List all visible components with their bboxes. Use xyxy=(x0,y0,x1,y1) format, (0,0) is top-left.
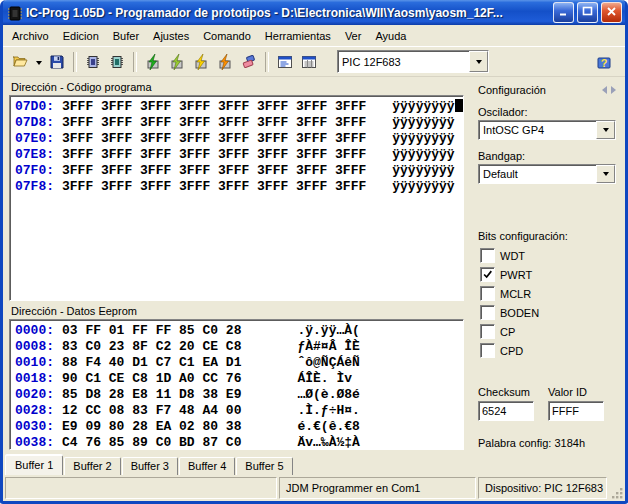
menu-archivo[interactable]: Archivo xyxy=(5,28,56,44)
hex-values: 90 C1 CE C8 1D A0 CC 76 xyxy=(62,371,241,386)
chevron-down-icon[interactable] xyxy=(596,165,615,183)
menu-herramientas[interactable]: Herramientas xyxy=(258,28,338,44)
config-bit-row: WDT xyxy=(480,248,616,263)
oscillator-select[interactable]: IntOSC GP4 xyxy=(478,120,616,140)
maximize-button[interactable] xyxy=(577,2,598,23)
open-options-button[interactable] xyxy=(32,50,45,74)
eeprom-row[interactable]: 0028:12 CC 08 83 F7 48 A4 00.Ì.ƒ÷H¤. xyxy=(15,403,458,419)
tab-buffer-4[interactable]: Buffer 4 xyxy=(179,457,235,475)
data-window-button[interactable] xyxy=(297,50,321,74)
bolt-olive-icon xyxy=(169,54,185,70)
ascii-values: ÿÿÿÿÿÿÿÿ xyxy=(392,179,454,194)
code-row[interactable]: 07F8:3FFF 3FFF 3FFF 3FFF 3FFF 3FFF 3FFF … xyxy=(15,179,458,195)
bolt-yellow-icon xyxy=(193,54,209,70)
save-button[interactable] xyxy=(45,50,69,74)
window-data-icon xyxy=(301,54,317,70)
menu-comando[interactable]: Comando xyxy=(196,28,258,44)
hex-values: 88 F4 40 D1 C7 C1 EA D1 xyxy=(62,355,241,370)
checkbox-pwrt[interactable] xyxy=(480,267,495,282)
ascii-values: ÿÿÿÿÿÿÿÿ xyxy=(392,131,454,146)
checkbox-cp[interactable] xyxy=(480,324,495,339)
buffer-tabs: Buffer 1Buffer 2Buffer 3Buffer 4Buffer 5 xyxy=(3,453,625,475)
close-icon xyxy=(606,5,617,20)
hex-values: 3FFF 3FFF 3FFF 3FFF 3FFF 3FFF 3FFF 3FFF xyxy=(62,115,366,130)
minimize-button[interactable] xyxy=(553,2,574,23)
menu-ver[interactable]: Ver xyxy=(338,28,369,44)
toolbar: PIC 12F683 ? xyxy=(3,46,625,77)
checkbox-wdt[interactable] xyxy=(480,248,495,263)
id-value-label: Valor ID xyxy=(548,386,604,398)
code-row[interactable]: 07D8:3FFF 3FFF 3FFF 3FFF 3FFF 3FFF 3FFF … xyxy=(15,115,458,131)
eeprom-row[interactable]: 0010:88 F4 40 D1 C7 C1 EA D1ˆô@ÑÇÁêÑ xyxy=(15,355,458,371)
ascii-values: .ÿ.ÿÿ…À( xyxy=(297,323,359,338)
address-label: 07D8: xyxy=(15,115,54,130)
ascii-values: .Ì.ƒ÷H¤. xyxy=(297,403,359,418)
hex-values: E9 09 80 28 EA 02 80 38 xyxy=(62,419,241,434)
eeprom-row[interactable]: 0038:C4 76 85 89 C0 BD 87 C0Äv…‰À½‡À xyxy=(15,435,458,450)
ascii-values: ˆô@ÑÇÁêÑ xyxy=(297,355,359,370)
address-label: 0020: xyxy=(15,387,54,402)
checkbox-label: CPD xyxy=(500,345,523,357)
tab-buffer-1[interactable]: Buffer 1 xyxy=(5,455,63,475)
config-bit-row: MCLR xyxy=(480,286,616,301)
checkbox-label: CP xyxy=(500,326,515,338)
values-row: Checksum Valor ID xyxy=(478,386,616,421)
menu-edicion[interactable]: Edicion xyxy=(56,28,106,44)
menu-ajustes[interactable]: Ajustes xyxy=(146,28,196,44)
address-label: 0030: xyxy=(15,419,54,434)
buffer-column: Dirección - Código programa 07D0:3FFF 3F… xyxy=(9,80,464,451)
config-bit-row: CPD xyxy=(480,343,616,358)
code-row[interactable]: 07E0:3FFF 3FFF 3FFF 3FFF 3FFF 3FFF 3FFF … xyxy=(15,131,458,147)
hex-values: 83 C0 23 8F C2 20 CE C8 xyxy=(62,339,241,354)
code-hex-view[interactable]: 07D0:3FFF 3FFF 3FFF 3FFF 3FFF 3FFF 3FFF … xyxy=(9,95,464,301)
code-row[interactable]: 07D0:3FFF 3FFF 3FFF 3FFF 3FFF 3FFF 3FFF … xyxy=(15,99,458,115)
checksum-group: Checksum xyxy=(478,386,534,421)
folder-open-icon xyxy=(12,54,28,70)
help-button[interactable]: ? xyxy=(592,50,616,74)
erase-button[interactable] xyxy=(237,50,261,74)
status-progress-panel xyxy=(5,477,277,499)
program-data-button[interactable] xyxy=(189,50,213,74)
menu-ayuda[interactable]: Ayuda xyxy=(368,28,413,44)
verify-button[interactable] xyxy=(213,50,237,74)
eeprom-row[interactable]: 0008:83 C0 23 8F C2 20 CE C8ƒÀ#¤Â ÎÈ xyxy=(15,339,458,355)
program-code-button[interactable] xyxy=(165,50,189,74)
code-area-label: Dirección - Código programa xyxy=(11,81,464,93)
open-file-button[interactable] xyxy=(8,50,32,74)
bolt-green-icon xyxy=(145,54,161,70)
tab-buffer-2[interactable]: Buffer 2 xyxy=(64,457,120,475)
config-bits-label: Bits configuración: xyxy=(478,230,616,242)
config-prev-button[interactable] xyxy=(602,86,607,94)
checkbox-label: MCLR xyxy=(500,288,531,300)
checkbox-cpd[interactable] xyxy=(480,343,495,358)
eeprom-row[interactable]: 0018:90 C1 CE C8 1D A0 CC 76ÁÎÈ. Ìv xyxy=(15,371,458,387)
resize-grip[interactable] xyxy=(609,477,623,499)
chevron-down-icon[interactable] xyxy=(469,51,488,72)
code-window-button[interactable] xyxy=(273,50,297,74)
config-next-button[interactable] xyxy=(611,86,616,94)
bandgap-label: Bandgap: xyxy=(478,150,616,162)
bandgap-select[interactable]: Default xyxy=(478,164,616,184)
menu-bufer[interactable]: Bufer xyxy=(106,28,146,44)
eeprom-row[interactable]: 0000:03 FF 01 FF FF 85 C0 28.ÿ.ÿÿ…À( xyxy=(15,323,458,339)
checkbox-mclr[interactable] xyxy=(480,286,495,301)
checkbox-boden[interactable] xyxy=(480,305,495,320)
tab-buffer-3[interactable]: Buffer 3 xyxy=(122,457,178,475)
read-chip-button[interactable] xyxy=(81,50,105,74)
program-all-button[interactable] xyxy=(141,50,165,74)
code-row[interactable]: 07F0:3FFF 3FFF 3FFF 3FFF 3FFF 3FFF 3FFF … xyxy=(15,163,458,179)
id-value-input[interactable] xyxy=(548,401,604,421)
checksum-input[interactable] xyxy=(478,401,534,421)
chevron-down-icon[interactable] xyxy=(596,121,615,139)
eeprom-row[interactable]: 0020:85 D8 28 E8 11 D8 38 E9…Ø(è.Ø8é xyxy=(15,387,458,403)
write-chip-button[interactable] xyxy=(105,50,129,74)
id-value-group: Valor ID xyxy=(548,386,604,421)
eeprom-row[interactable]: 0030:E9 09 80 28 EA 02 80 38é.€(ê.€8 xyxy=(15,419,458,435)
eeprom-hex-view[interactable]: 0000:03 FF 01 FF FF 85 C0 28.ÿ.ÿÿ…À(0008… xyxy=(9,319,464,450)
close-button[interactable] xyxy=(601,2,622,23)
tab-buffer-5[interactable]: Buffer 5 xyxy=(236,457,292,475)
address-label: 07D0: xyxy=(15,99,54,114)
code-row[interactable]: 07E8:3FFF 3FFF 3FFF 3FFF 3FFF 3FFF 3FFF … xyxy=(15,147,458,163)
config-bit-row: CP xyxy=(480,324,616,339)
device-select[interactable]: PIC 12F683 xyxy=(337,50,489,73)
